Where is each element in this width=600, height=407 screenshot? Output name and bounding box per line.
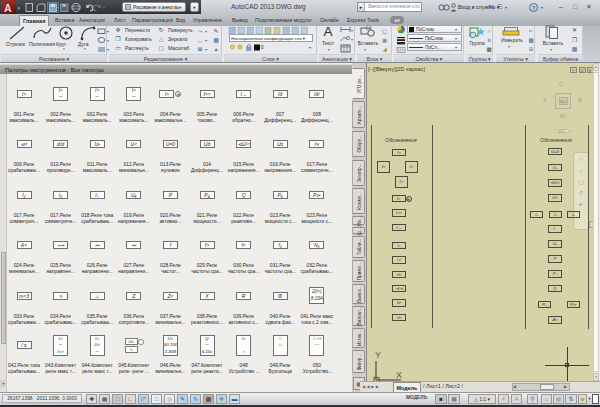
svg-text:Y: Y <box>375 350 381 360</box>
svg-text:X: X <box>396 370 402 380</box>
